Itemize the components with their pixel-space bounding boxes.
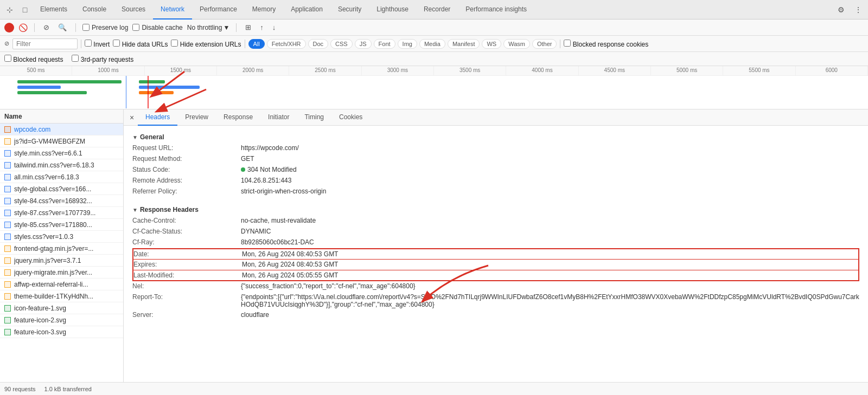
inspect-icon[interactable]: ⊹ (2, 2, 17, 17)
more-icon[interactable]: ⋮ (851, 2, 866, 17)
tab-sources[interactable]: Sources (114, 0, 153, 20)
filter-chip-other[interactable]: Other (532, 39, 557, 49)
filter-row: ⊘ Invert Hide data URLs Hide extension U… (0, 36, 868, 52)
general-header-row: Status Code:304 Not Modified (132, 165, 859, 176)
tab-lighthouse[interactable]: Lighthouse (369, 0, 416, 20)
blocked-cookies-label[interactable]: Blocked response cookies (564, 40, 648, 48)
network-conditions-icon[interactable]: ⊞ (243, 22, 253, 33)
filter-chip-ws[interactable]: WS (482, 39, 501, 49)
blocked-requests-label[interactable]: Blocked requests (4, 55, 63, 63)
net-list-item[interactable]: tailwind.min.css?ver=6.18.3 (0, 159, 123, 171)
response-header-row: Nel:{"success_fraction":0,"report_to":"c… (132, 281, 859, 292)
net-list-item[interactable]: js?id=G-VM4WEBGFZM (0, 135, 123, 147)
file-type-icon (4, 257, 11, 264)
close-detail-button[interactable]: × (126, 112, 138, 124)
detail-tab-headers[interactable]: Headers (138, 109, 177, 126)
tab-memory[interactable]: Memory (245, 0, 283, 20)
filter-chip-wasm[interactable]: Wasm (503, 39, 530, 49)
tab-performance[interactable]: Performance (192, 0, 245, 20)
filter-icon[interactable]: ⊘ (41, 22, 52, 33)
clear-button[interactable]: 🚫 (18, 23, 28, 32)
tab-security[interactable]: Security (330, 0, 369, 20)
file-type-icon (4, 210, 11, 216)
net-list-item[interactable]: style-85.css?ver=171880... (0, 219, 123, 231)
network-toolbar: 🚫 ⊘ 🔍 Preserve log Disable cache No thro… (0, 20, 868, 36)
record-button[interactable] (4, 23, 14, 33)
tab-elements[interactable]: Elements (33, 0, 75, 20)
preserve-log-checkbox[interactable] (82, 24, 90, 31)
blocked-cookies-checkbox[interactable] (564, 40, 571, 47)
net-list-item[interactable]: jquery-migrate.min.js?ver... (0, 267, 123, 279)
filter-input[interactable] (16, 40, 60, 48)
search-icon[interactable]: 🔍 (56, 22, 69, 33)
net-list-item[interactable]: feature-icon-3.svg (0, 326, 123, 338)
blocked-row: Blocked requests 3rd-party requests (0, 52, 868, 66)
filter-input-container[interactable] (12, 38, 78, 49)
tab-console[interactable]: Console (75, 0, 114, 20)
timeline-area[interactable]: 500 ms1000 ms1500 ms2000 ms2500 ms3000 m… (0, 66, 868, 109)
net-list-item[interactable]: style-84.css?ver=168932... (0, 195, 123, 207)
tab-network[interactable]: Network (153, 0, 192, 20)
net-list-item[interactable]: style-87.css?ver=1707739... (0, 207, 123, 219)
net-list-item[interactable]: styles.css?ver=1.0.3 (0, 231, 123, 243)
detail-tab-initiator[interactable]: Initiator (260, 109, 297, 126)
file-type-icon (4, 317, 11, 323)
preserve-log-label[interactable]: Preserve log (82, 24, 128, 31)
net-list-item[interactable]: affwp-external-referral-li... (0, 279, 123, 290)
third-party-checkbox[interactable] (72, 55, 79, 62)
filter-chip-media[interactable]: Media (419, 39, 445, 49)
filter-chip-img[interactable]: Img (398, 39, 417, 49)
net-list-item[interactable]: wpcode.com (0, 124, 123, 135)
net-list-item[interactable]: style-global.css?ver=166... (0, 183, 123, 195)
status-dot-icon (241, 167, 245, 172)
tab-perf-insights[interactable]: Performance insights (458, 0, 534, 20)
device-icon[interactable]: □ (17, 2, 33, 17)
net-list-item[interactable]: theme-builder-1TKyHdNh... (0, 290, 123, 302)
filter-funnel-icon: ⊘ (4, 40, 9, 47)
file-type-icon (4, 222, 11, 228)
hide-data-urls-label[interactable]: Hide data URLs (113, 40, 168, 48)
hide-ext-urls-label[interactable]: Hide extension URLs (171, 40, 241, 48)
net-list-item[interactable]: icon-feature-1.svg (0, 302, 123, 314)
filter-chip-font[interactable]: Font (374, 39, 395, 49)
filter-chip-css[interactable]: CSS (330, 39, 353, 49)
filter-chip-fetch/xhr[interactable]: Fetch/XHR (267, 39, 306, 49)
import-icon[interactable]: ↑ (258, 22, 266, 33)
tab-application[interactable]: Application (283, 0, 330, 20)
filter-chip-doc[interactable]: Doc (308, 39, 329, 49)
net-list-item[interactable]: all.min.css?ver=6.18.3 (0, 171, 123, 183)
net-list-item[interactable]: style.min.css?ver=6.6.1 (0, 147, 123, 159)
disable-cache-label[interactable]: Disable cache (132, 24, 182, 31)
filter-chip-all[interactable]: All (248, 39, 265, 49)
settings-icon[interactable]: ⚙ (833, 2, 848, 17)
detail-tab-preview[interactable]: Preview (177, 109, 216, 126)
timeline-ruler: 500 ms1000 ms1500 ms2000 ms2500 ms3000 m… (0, 66, 868, 76)
net-list-item[interactable]: jquery.min.js?ver=3.7.1 (0, 255, 123, 267)
detail-tab-timing[interactable]: Timing (297, 109, 331, 126)
invert-label[interactable]: Invert (85, 40, 110, 48)
export-icon[interactable]: ↓ (270, 22, 278, 33)
timeline-tick: 6000 (796, 66, 868, 75)
filter-chip-js[interactable]: JS (355, 39, 372, 49)
network-list: Name wpcode.comjs?id=G-VM4WEBGFZMstyle.m… (0, 109, 124, 395)
blocked-requests-checkbox[interactable] (4, 55, 11, 62)
disable-cache-checkbox[interactable] (132, 24, 139, 31)
response-header-row: Date:Mon, 26 Aug 2024 08:40:53 GMT (132, 248, 859, 260)
detail-tab-response[interactable]: Response (216, 109, 260, 126)
net-list-item[interactable]: frontend-gtag.min.js?ver=... (0, 243, 123, 255)
general-section-header[interactable]: ▼ General (132, 130, 859, 143)
timeline-tick: 3500 ms (434, 66, 506, 75)
throttle-select[interactable]: No throttling ▼ (187, 24, 230, 31)
third-party-label[interactable]: 3rd-party requests (72, 55, 133, 63)
detail-tab-cookies[interactable]: Cookies (331, 109, 370, 126)
invert-checkbox[interactable] (85, 40, 92, 47)
net-list-item[interactable]: feature-icon-2.svg (0, 314, 123, 326)
general-header-row: Request Method:GET (132, 154, 859, 165)
hide-data-urls-checkbox[interactable] (113, 40, 120, 47)
response-headers-section-header[interactable]: ▼ Response Headers (132, 203, 859, 216)
hide-ext-urls-checkbox[interactable] (171, 40, 178, 47)
file-type-icon (4, 150, 11, 157)
file-type-icon (4, 305, 11, 312)
filter-chip-manifest[interactable]: Manifest (448, 39, 480, 49)
tab-recorder[interactable]: Recorder (416, 0, 458, 20)
